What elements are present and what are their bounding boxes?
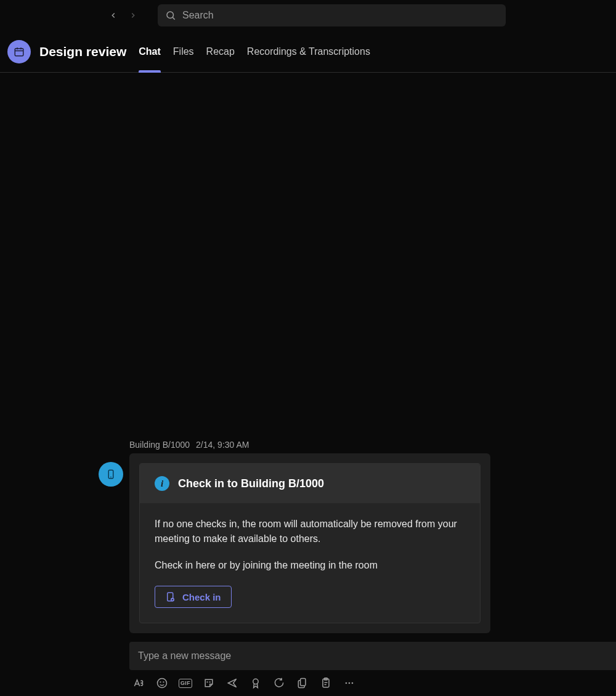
svg-line-1 [172,17,174,19]
compose-placeholder: Type a new message [138,650,231,662]
checkin-card: i Check in to Building B/1000 If no one … [139,463,480,623]
svg-point-11 [158,679,167,688]
attach-icon [296,677,309,689]
sticker-button[interactable] [202,676,216,690]
emoji-icon [156,677,168,689]
ellipsis-icon [343,677,355,689]
loop-button[interactable] [272,676,286,690]
card-text-1: If no one checks in, the room will autom… [155,517,465,545]
checkin-button-label: Check in [182,592,221,602]
svg-rect-17 [301,679,306,686]
format-button[interactable] [132,676,145,690]
gif-icon: GIF [179,679,192,688]
gif-button[interactable]: GIF [179,676,192,690]
send-button[interactable] [225,676,239,690]
card-body: If no one checks in, the room will autom… [140,503,480,623]
clipboard-icon [320,677,332,689]
card-text-2: Check in here or by joining the meeting … [155,558,465,572]
tab-chat[interactable]: Chat [139,31,161,72]
compose-toolbar: GIF [129,670,616,696]
message-meta: Building B/1000 2/14, 9:30 AM [129,440,616,450]
search-box[interactable] [158,4,506,26]
tab-files[interactable]: Files [173,31,194,72]
tab-list: Chat Files Recap Recordings & Transcript… [139,31,370,72]
message-timestamp: 2/14, 9:30 AM [196,440,249,450]
conversation-header: Design review Chat Files Recap Recording… [0,31,616,73]
svg-rect-2 [15,48,23,55]
card-header: i Check in to Building B/1000 [140,464,480,503]
svg-point-15 [209,682,210,682]
search-icon [165,10,176,21]
info-icon: i [155,476,169,491]
top-bar [0,0,616,31]
sticker-icon [203,677,215,689]
search-input[interactable] [182,10,498,21]
compose-input[interactable]: Type a new message [129,642,616,670]
svg-point-12 [160,682,161,682]
checkin-icon [165,591,176,602]
actions-button[interactable] [319,676,333,690]
chat-messages: Building B/1000 2/14, 9:30 AM i Check in… [0,73,616,642]
checkin-button[interactable]: Check in [155,586,232,608]
meeting-avatar[interactable] [7,40,31,63]
attach-button[interactable] [296,676,309,690]
send-icon [226,677,238,689]
main-area: Building B/1000 2/14, 9:30 AM i Check in… [0,73,616,696]
svg-point-0 [167,12,174,18]
svg-point-14 [207,682,208,682]
room-icon [105,469,116,480]
back-button[interactable] [106,8,121,23]
svg-point-13 [163,682,164,682]
sender-name: Building B/1000 [129,440,190,450]
svg-point-22 [346,682,347,684]
emoji-button[interactable] [155,676,169,690]
chevron-right-icon [129,11,137,20]
tab-recordings[interactable]: Recordings & Transcriptions [247,31,370,72]
message-bubble: i Check in to Building B/1000 If no one … [129,453,490,633]
chevron-left-icon [109,11,118,20]
svg-point-24 [352,682,354,684]
conversation-title: Design review [39,44,126,59]
message-row: i Check in to Building B/1000 If no one … [99,453,616,633]
sender-avatar[interactable] [99,462,123,487]
card-title: Check in to Building B/1000 [178,477,324,490]
more-button[interactable] [342,676,356,690]
loop-icon [273,677,285,689]
svg-point-23 [349,682,351,684]
format-icon [132,677,145,689]
tab-recap[interactable]: Recap [206,31,235,72]
svg-point-16 [253,679,258,684]
compose-area: Type a new message GIF [129,642,616,696]
calendar-icon [14,46,25,57]
praise-button[interactable] [249,676,262,690]
badge-icon [249,677,262,689]
forward-button[interactable] [126,8,140,23]
